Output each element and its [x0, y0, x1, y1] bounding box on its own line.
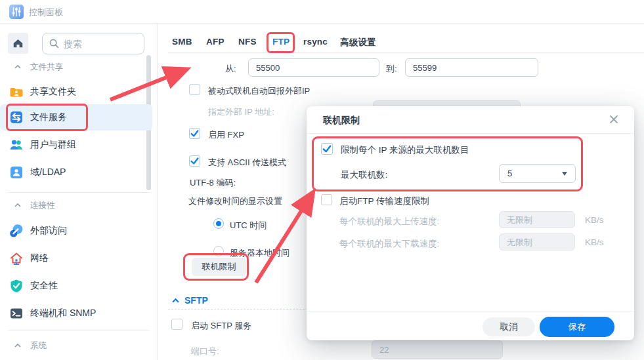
cancel-button[interactable]: 取消 — [483, 317, 535, 336]
search-box[interactable] — [42, 33, 144, 54]
tab-rsync[interactable]: rsync — [303, 37, 328, 47]
passive-report-ip-checkbox[interactable] — [189, 84, 200, 95]
home-icon — [12, 38, 24, 49]
sidebar-content-divider — [157, 24, 158, 360]
sidebar-item-network[interactable]: 网络 — [0, 247, 152, 270]
sftp-port-label: 端口号: — [191, 346, 219, 357]
dialog-header-divider — [307, 133, 634, 134]
shared-folder-icon — [9, 85, 24, 99]
sidebar-item-file-services[interactable]: 文件服务 — [0, 104, 152, 130]
sftp-section-header[interactable]: SFTP — [172, 295, 208, 306]
external-ip-label: 指定外部 IP 地址: — [208, 106, 274, 118]
terminal-icon — [9, 306, 24, 321]
sidebar-divider — [8, 192, 150, 193]
active-tab-notch — [275, 48, 286, 58]
sidebar-item-domain-ldap[interactable]: 域/LDAP — [0, 161, 152, 184]
control-panel-icon — [9, 4, 24, 20]
sftp-section-label: SFTP — [184, 295, 208, 306]
sidebar: 文件共享 共享文件夹 文件服务 — [0, 24, 158, 360]
ftp-speed-limit-checkbox[interactable] — [321, 194, 332, 205]
enable-sftp-checkbox[interactable] — [171, 319, 182, 330]
chevron-up-icon — [14, 65, 21, 69]
search-input[interactable] — [64, 39, 129, 49]
max-connections-value: 5 — [507, 169, 512, 178]
max-download-speed-label: 每个联机的最大下载速度: — [339, 238, 439, 250]
sidebar-item-label: 域/LDAP — [30, 167, 66, 178]
enable-sftp-label: 启动 SFTP 服务 — [191, 320, 251, 332]
tab-nfs[interactable]: NFS — [238, 37, 257, 47]
window-header: 控制面板 — [0, 0, 644, 24]
section-label: 文件共享 — [30, 62, 63, 73]
sidebar-item-shared-folders[interactable]: 共享文件夹 — [0, 80, 152, 104]
enable-fxp-checkbox[interactable] — [189, 128, 200, 139]
sidebar-item-label: 用户与群组 — [30, 139, 76, 151]
port-from-input[interactable] — [248, 58, 379, 77]
connection-limit-dialog: 联机限制 限制每个 IP 来源的最大联机数目 最大联机数: 5 启动FTP 传输… — [307, 106, 634, 340]
users-icon — [9, 138, 24, 152]
close-icon[interactable] — [607, 113, 620, 126]
save-button[interactable]: 保存 — [540, 317, 614, 337]
sidebar-item-label: 终端机和 SNMP — [30, 308, 96, 319]
sidebar-item-label: 安全性 — [30, 280, 58, 292]
network-icon — [9, 251, 24, 266]
sidebar-item-label: 网络 — [30, 252, 49, 264]
ftp-speed-limit-label: 启动FTP 传输速度限制 — [339, 195, 429, 207]
section-label: 系统 — [30, 340, 47, 351]
external-access-icon — [9, 224, 24, 238]
upload-unit-label: KB/s — [585, 215, 604, 225]
sidebar-item-security[interactable]: 安全性 — [0, 274, 152, 298]
enable-fxp-label: 启用 FXP — [208, 129, 244, 141]
home-button[interactable] — [8, 33, 28, 54]
tab-ftp[interactable]: FTP — [272, 37, 290, 47]
check-icon — [190, 129, 200, 138]
utf8-label: UTF-8 编码: — [190, 177, 236, 189]
sidebar-item-label: 外部访问 — [30, 225, 67, 237]
sidebar-item-label: 文件服务 — [30, 111, 67, 123]
max-download-speed-input — [499, 233, 575, 250]
annotation-arrow-dialog — [256, 197, 310, 283]
download-unit-label: KB/s — [585, 237, 604, 247]
limit-per-ip-checkbox[interactable] — [321, 143, 333, 155]
port-to-label: 到: — [386, 63, 397, 75]
sidebar-item-external-access[interactable]: 外部访问 — [0, 219, 152, 243]
tab-smb[interactable]: SMB — [172, 37, 192, 47]
tab-advanced[interactable]: 高级设置 — [340, 37, 376, 49]
dialog-footer-divider — [307, 311, 634, 311]
sidebar-section-system[interactable]: 系统 — [0, 339, 148, 352]
limit-per-ip-label: 限制每个 IP 来源的最大联机数目 — [341, 144, 469, 156]
sidebar-section-connectivity[interactable]: 连接性 — [0, 199, 148, 212]
window-title: 控制面板 — [29, 7, 63, 18]
chevron-up-icon — [172, 298, 179, 303]
tab-afp[interactable]: AFP — [206, 37, 225, 47]
domain-ldap-icon — [9, 165, 24, 180]
dialog-title: 联机限制 — [323, 115, 360, 127]
max-connections-dropdown[interactable]: 5 — [499, 164, 576, 183]
chevron-down-icon — [562, 172, 567, 176]
utc-time-label: UTC 时间 — [230, 220, 267, 231]
sidebar-section-file-sharing[interactable]: 文件共享 — [0, 60, 148, 73]
chevron-up-icon — [14, 203, 21, 207]
connection-limit-button[interactable]: 联机限制 — [192, 258, 246, 276]
control-panel-window: 控制面板 文件共享 — [0, 0, 644, 360]
sidebar-item-label: 共享文件夹 — [30, 86, 76, 98]
port-to-input[interactable] — [405, 58, 538, 77]
max-connections-label: 最大联机数: — [341, 169, 387, 181]
passive-report-ip-label: 被动式联机自动回报外部IP — [208, 85, 310, 97]
utc-time-radio[interactable] — [213, 218, 224, 229]
check-icon — [322, 144, 332, 154]
sftp-port-input — [372, 340, 503, 359]
sidebar-item-terminal-snmp[interactable]: 终端机和 SNMP — [0, 302, 152, 325]
tab-underline — [168, 52, 644, 53]
security-shield-icon — [9, 279, 24, 293]
search-icon — [49, 39, 59, 49]
ascii-mode-checkbox[interactable] — [189, 155, 200, 167]
max-upload-speed-input — [499, 211, 575, 228]
file-services-icon — [9, 110, 24, 125]
server-local-time-radio[interactable] — [213, 246, 224, 256]
section-label: 连接性 — [30, 200, 55, 211]
chevron-up-icon — [14, 344, 21, 348]
port-from-label: 从: — [225, 63, 236, 75]
sidebar-divider — [8, 330, 150, 330]
mtime-display-label: 文件修改时间的显示设置 — [188, 195, 282, 207]
sidebar-item-users-groups[interactable]: 用户与群组 — [0, 133, 152, 157]
